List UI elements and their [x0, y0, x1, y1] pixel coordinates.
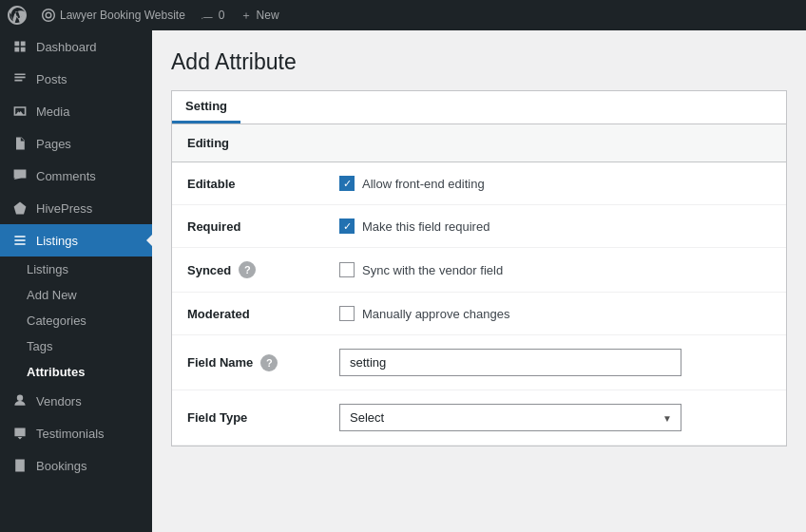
sidebar-item-posts-label: Posts	[36, 72, 67, 86]
editing-form-table: Editable Allow front-end editing Require…	[172, 162, 786, 446]
synced-checkbox[interactable]	[339, 262, 355, 277]
sidebar-item-pages-label: Pages	[36, 137, 71, 151]
wp-logo-button[interactable]	[8, 6, 27, 25]
moderated-label: Moderated	[172, 293, 324, 335]
field-type-field: Select Text Textarea Number Date Checkbo…	[324, 390, 786, 446]
editable-row: Editable Allow front-end editing	[172, 162, 786, 205]
sidebar-item-media-label: Media	[36, 104, 69, 119]
sidebar-item-bookings-label: Bookings	[36, 459, 86, 473]
field-name-input[interactable]	[339, 349, 681, 376]
new-label: New	[257, 9, 279, 22]
tab-setting[interactable]: Setting	[172, 91, 240, 124]
required-checkbox-container: Make this field required	[339, 218, 771, 234]
required-checkbox-label: Make this field required	[362, 219, 489, 234]
editable-checkbox-label: Allow front-end editing	[362, 177, 485, 191]
field-name-label: Field Name ?	[172, 335, 324, 390]
synced-label: Synced ?	[172, 248, 324, 293]
required-label: Required	[172, 205, 324, 248]
sidebar-item-vendors[interactable]: Vendors	[0, 385, 152, 417]
field-type-row: Field Type Select Text Textarea Number D…	[172, 390, 786, 446]
synced-label-row: Synced ?	[187, 261, 309, 278]
sidebar: Dashboard Posts Media Pages Comments	[0, 30, 152, 532]
pages-icon	[11, 135, 29, 152]
field-type-select-wrapper: Select Text Textarea Number Date Checkbo…	[339, 404, 681, 431]
required-row: Required Make this field required	[172, 205, 786, 248]
sidebar-item-dashboard-label: Dashboard	[36, 40, 97, 54]
sidebar-item-posts[interactable]: Posts	[0, 63, 152, 95]
synced-checkbox-container: Sync with the vendor field	[339, 262, 771, 277]
new-button[interactable]: ＋ New	[240, 8, 279, 24]
synced-checkbox-label: Sync with the vendor field	[362, 263, 503, 277]
sidebar-item-testimonials-label: Testimonials	[36, 427, 105, 441]
sidebar-item-listings[interactable]: Listings	[0, 224, 152, 256]
topbar: Lawyer Booking Website 0 ＋ New	[0, 0, 806, 30]
editable-checkbox[interactable]	[339, 176, 355, 191]
site-name: Lawyer Booking Website	[60, 9, 185, 22]
page-title: Add Attribute	[171, 49, 787, 75]
editable-checkbox-container: Allow front-end editing	[339, 176, 771, 191]
sidebar-item-dashboard[interactable]: Dashboard	[0, 30, 152, 63]
moderated-checkbox-container: Manually approve changes	[339, 306, 771, 321]
field-type-label: Field Type	[172, 390, 324, 446]
listings-icon	[11, 232, 29, 249]
moderated-checkbox[interactable]	[339, 306, 355, 321]
editing-section-header: Editing	[172, 124, 786, 162]
sidebar-item-comments[interactable]: Comments	[0, 160, 152, 192]
sidebar-item-hivepress-label: HivePress	[36, 201, 92, 216]
comments-count: 0	[219, 9, 225, 22]
editable-field: Allow front-end editing	[324, 162, 786, 205]
synced-row: Synced ? Sync with the vendor field	[172, 248, 786, 293]
sidebar-item-vendors-label: Vendors	[36, 394, 82, 408]
synced-field: Sync with the vendor field	[324, 248, 786, 293]
sidebar-item-testimonials[interactable]: Testimonials	[0, 417, 152, 449]
vendors-icon	[11, 392, 29, 409]
card-tabs: Setting	[172, 91, 786, 124]
moderated-field: Manually approve changes	[324, 293, 786, 335]
bookings-icon	[11, 457, 29, 474]
required-field: Make this field required	[324, 205, 786, 248]
field-name-label-row: Field Name ?	[187, 354, 309, 371]
sidebar-sub-categories[interactable]: Categories	[0, 308, 152, 333]
listings-submenu: Listings Add New Categories Tags Attribu…	[0, 256, 152, 385]
site-name-button[interactable]: Lawyer Booking Website	[42, 9, 185, 22]
sidebar-sub-listings[interactable]: Listings	[0, 256, 152, 282]
field-name-field	[324, 335, 786, 390]
sidebar-sub-add-new[interactable]: Add New	[0, 282, 152, 308]
sidebar-item-bookings[interactable]: Bookings	[0, 449, 152, 482]
testimonials-icon	[11, 425, 29, 442]
media-icon	[11, 103, 29, 120]
comments-icon	[11, 167, 29, 184]
synced-help-icon[interactable]: ?	[239, 261, 256, 278]
listings-arrow	[146, 235, 152, 246]
hivepress-icon	[11, 200, 29, 217]
comments-button[interactable]: 0	[201, 9, 225, 22]
moderated-row: Moderated Manually approve changes	[172, 293, 786, 335]
sidebar-item-hivepress[interactable]: HivePress	[0, 192, 152, 224]
field-name-row: Field Name ?	[172, 335, 786, 390]
main-content: Add Attribute Setting Editing Editable A…	[152, 30, 806, 532]
sidebar-item-listings-label: Listings	[36, 234, 78, 248]
sidebar-sub-attributes[interactable]: Attributes	[0, 359, 152, 385]
sidebar-item-media[interactable]: Media	[0, 95, 152, 127]
required-checkbox[interactable]	[339, 218, 355, 234]
dashboard-icon	[11, 38, 29, 55]
posts-icon	[11, 70, 29, 87]
editable-label: Editable	[172, 162, 324, 205]
sidebar-item-comments-label: Comments	[36, 169, 96, 183]
field-name-help-icon[interactable]: ?	[260, 354, 278, 371]
sidebar-sub-tags[interactable]: Tags	[0, 333, 152, 359]
field-type-select[interactable]: Select Text Textarea Number Date Checkbo…	[339, 404, 681, 431]
moderated-checkbox-label: Manually approve changes	[362, 307, 509, 321]
attribute-card: Setting Editing Editable Allow front-end…	[171, 90, 787, 446]
sidebar-item-pages[interactable]: Pages	[0, 127, 152, 160]
